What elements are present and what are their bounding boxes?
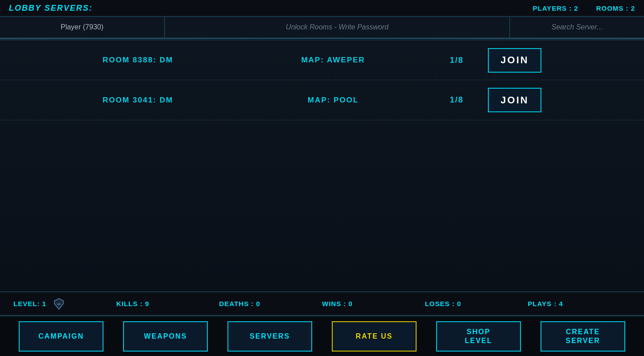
servers-button[interactable]: SERVERS [227, 321, 312, 352]
header: LOBBY SERVERS: PLAYERS : 2 ROOMS : 2 [0, 0, 644, 17]
room-map-1: MAP: AWEPER [227, 56, 439, 65]
password-field[interactable]: Unlock Rooms - Write Password [165, 17, 510, 37]
join-button-1[interactable]: JOIN [488, 48, 541, 73]
player-name: Player (7930) [0, 17, 165, 37]
header-stats: PLAYERS : 2 ROOMS : 2 [533, 4, 636, 12]
deaths-stat: DEATHS : 0 [219, 300, 322, 307]
main-layout: LOBBY SERVERS: PLAYERS : 2 ROOMS : 2 Pla… [0, 0, 644, 356]
room-name-1: ROOM 8388: DM [103, 56, 227, 65]
join-button-2[interactable]: JOIN [488, 88, 541, 112]
search-field[interactable]: Search Server... [510, 17, 644, 37]
wins-stat: WINS : 0 [322, 300, 425, 307]
create-server-button[interactable]: CREATE SERVER [541, 321, 625, 352]
table-row: ROOM 3041: DM MAP: POOL 1/8 JOIN [0, 80, 644, 120]
subheader: Player (7930) Unlock Rooms - Write Passw… [0, 17, 644, 38]
rooms-count: ROOMS : 2 [596, 4, 635, 12]
loses-stat: LOSES : 0 [425, 300, 528, 307]
shop-level-label: SHOP LEVEL [465, 327, 492, 344]
rate-us-button[interactable]: RATE US [332, 321, 417, 352]
room-map-2: MAP: POOL [227, 96, 439, 105]
room-name-2: ROOM 3041: DM [103, 96, 227, 105]
shop-level-button[interactable]: SHOP LEVEL [436, 321, 521, 352]
stats-bar: LEVEL: 1 KILLS : 9 DEATHS : 0 WINS : 0 L… [0, 291, 644, 316]
bottom-nav: CAMPAIGN WEAPONS SERVERS RATE US SHOP LE… [0, 316, 644, 356]
plays-stat: PLAYS : 4 [528, 300, 631, 307]
lobby-area: ROOM 8388: DM MAP: AWEPER 1/8 JOIN ROOM … [0, 40, 644, 291]
level-stat: LEVEL: 1 [13, 297, 116, 311]
shield-icon [52, 297, 66, 311]
room-slots-1: 1/8 [439, 56, 475, 65]
svg-rect-1 [57, 303, 61, 305]
room-slots-2: 1/8 [439, 95, 475, 105]
table-row: ROOM 8388: DM MAP: AWEPER 1/8 JOIN [0, 40, 644, 80]
kills-stat: KILLS : 9 [116, 300, 219, 307]
players-count: PLAYERS : 2 [533, 4, 578, 12]
weapons-button[interactable]: WEAPONS [123, 321, 208, 352]
create-server-label: CREATE SERVER [566, 327, 600, 344]
lobby-title: LOBBY SERVERS: [9, 4, 93, 13]
campaign-button[interactable]: CAMPAIGN [19, 321, 103, 352]
